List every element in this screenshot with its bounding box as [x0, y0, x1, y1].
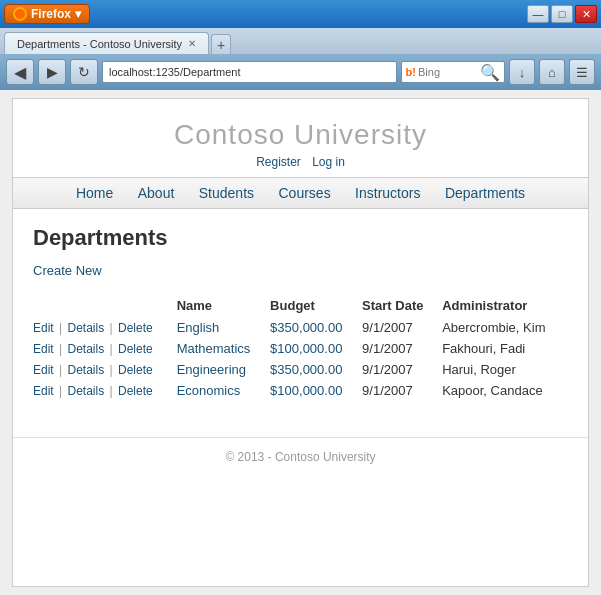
dept-administrator: Fakhouri, Fadi: [442, 338, 568, 359]
col-startdate: Start Date: [362, 294, 442, 317]
action-cell: Edit | Details | Delete: [33, 380, 177, 401]
nav-courses[interactable]: Courses: [279, 185, 331, 201]
table-header-row: Name Budget Start Date Administrator: [33, 294, 568, 317]
page-content: Contoso University Register Log in Home …: [12, 98, 589, 587]
action-edit-3[interactable]: Edit: [33, 384, 54, 398]
taskbar: Firefox ▾ — □ ✕: [0, 0, 601, 28]
forward-button[interactable]: ▶: [38, 59, 66, 85]
table-row: Edit | Details | DeleteEnglish$350,000.0…: [33, 317, 568, 338]
action-details-3[interactable]: Details: [67, 384, 104, 398]
col-actions: [33, 294, 177, 317]
dept-budget: $350,000.00: [270, 317, 362, 338]
tab-close-icon[interactable]: ✕: [188, 38, 196, 49]
dept-name: English: [177, 317, 270, 338]
dept-start-date: 9/1/2007: [362, 380, 442, 401]
departments-table: Name Budget Start Date Administrator Edi…: [33, 294, 568, 401]
dept-budget: $100,000.00: [270, 338, 362, 359]
nav-departments[interactable]: Departments: [445, 185, 525, 201]
action-edit-0[interactable]: Edit: [33, 321, 54, 335]
table-row: Edit | Details | DeleteMathematics$100,0…: [33, 338, 568, 359]
site-header: Contoso University Register Log in: [13, 99, 588, 177]
col-budget: Budget: [270, 294, 362, 317]
action-details-2[interactable]: Details: [67, 363, 104, 377]
maximize-button[interactable]: □: [551, 5, 573, 23]
dept-name: Economics: [177, 380, 270, 401]
tab-bar: Departments - Contoso University ✕ +: [0, 28, 601, 54]
login-link[interactable]: Log in: [312, 155, 345, 169]
dept-budget: $100,000.00: [270, 380, 362, 401]
search-box: b! 🔍: [401, 61, 505, 83]
dept-name: Engineering: [177, 359, 270, 380]
nav-home[interactable]: Home: [76, 185, 113, 201]
col-name: Name: [177, 294, 270, 317]
dept-administrator: Abercrombie, Kim: [442, 317, 568, 338]
window-frame: Firefox ▾ — □ ✕ Departments - Contoso Un…: [0, 0, 601, 595]
action-cell: Edit | Details | Delete: [33, 317, 177, 338]
dept-budget: $350,000.00: [270, 359, 362, 380]
site-nav: Home About Students Courses Instructors …: [13, 177, 588, 209]
nav-instructors[interactable]: Instructors: [355, 185, 420, 201]
download-button[interactable]: ↓: [509, 59, 535, 85]
action-details-0[interactable]: Details: [67, 321, 104, 335]
main-content: Departments Create New Name Budget Start…: [13, 209, 588, 417]
search-icon[interactable]: 🔍: [480, 63, 500, 82]
firefox-dropdown-icon: ▾: [75, 7, 81, 21]
nav-students[interactable]: Students: [199, 185, 254, 201]
firefox-button[interactable]: Firefox ▾: [4, 4, 90, 24]
browser-page: Contoso University Register Log in Home …: [0, 90, 601, 595]
dept-start-date: 9/1/2007: [362, 359, 442, 380]
new-tab-button[interactable]: +: [211, 34, 231, 54]
address-bar: ◀ ▶ ↻ b! 🔍 ↓ ⌂ ☰: [0, 54, 601, 90]
site-title: Contoso University: [23, 119, 578, 151]
auth-links: Register Log in: [23, 155, 578, 169]
minimize-button[interactable]: —: [527, 5, 549, 23]
refresh-button[interactable]: ↻: [70, 59, 98, 85]
dept-start-date: 9/1/2007: [362, 338, 442, 359]
site-footer: © 2013 - Contoso University: [13, 437, 588, 476]
search-input[interactable]: [418, 66, 478, 78]
dept-administrator: Kapoor, Candace: [442, 380, 568, 401]
action-cell: Edit | Details | Delete: [33, 359, 177, 380]
dept-administrator: Harui, Roger: [442, 359, 568, 380]
back-button[interactable]: ◀: [6, 59, 34, 85]
action-details-1[interactable]: Details: [67, 342, 104, 356]
dept-start-date: 9/1/2007: [362, 317, 442, 338]
firefox-label: Firefox: [31, 7, 71, 21]
site: Contoso University Register Log in Home …: [13, 99, 588, 476]
footer-text: © 2013 - Contoso University: [225, 450, 375, 464]
action-delete-1[interactable]: Delete: [118, 342, 153, 356]
page-heading: Departments: [33, 225, 568, 251]
action-delete-0[interactable]: Delete: [118, 321, 153, 335]
nav-about[interactable]: About: [138, 185, 175, 201]
browser-tab[interactable]: Departments - Contoso University ✕: [4, 32, 209, 54]
settings-button[interactable]: ☰: [569, 59, 595, 85]
table-row: Edit | Details | DeleteEconomics$100,000…: [33, 380, 568, 401]
window-controls: — □ ✕: [527, 5, 597, 23]
action-edit-2[interactable]: Edit: [33, 363, 54, 377]
action-edit-1[interactable]: Edit: [33, 342, 54, 356]
address-input[interactable]: [102, 61, 397, 83]
action-delete-3[interactable]: Delete: [118, 384, 153, 398]
home-button[interactable]: ⌂: [539, 59, 565, 85]
register-link[interactable]: Register: [256, 155, 301, 169]
dept-name: Mathematics: [177, 338, 270, 359]
table-row: Edit | Details | DeleteEngineering$350,0…: [33, 359, 568, 380]
bing-logo: b!: [406, 66, 416, 78]
firefox-icon: [13, 7, 27, 21]
create-new-link[interactable]: Create New: [33, 263, 102, 278]
action-cell: Edit | Details | Delete: [33, 338, 177, 359]
close-button[interactable]: ✕: [575, 5, 597, 23]
action-delete-2[interactable]: Delete: [118, 363, 153, 377]
col-administrator: Administrator: [442, 294, 568, 317]
tab-title: Departments - Contoso University: [17, 38, 182, 50]
